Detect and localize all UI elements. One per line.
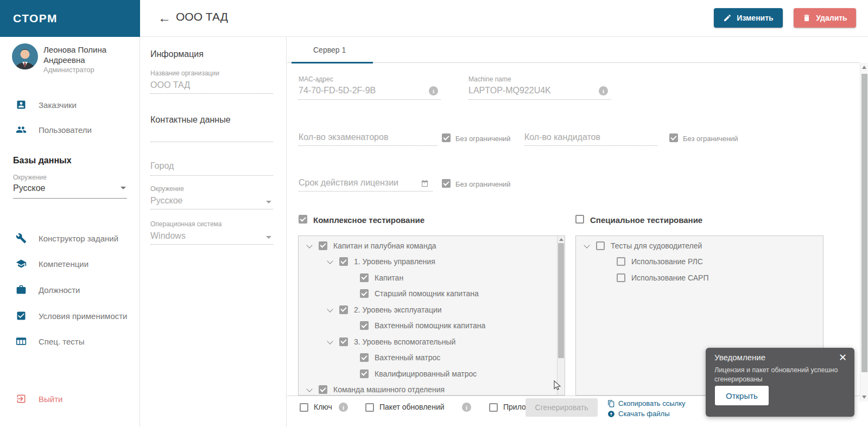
chevron-spacer — [346, 289, 360, 298]
tree-item[interactable]: Капитан — [299, 270, 565, 286]
tree-item-checkbox[interactable] — [339, 257, 348, 266]
chevron-down-icon[interactable] — [305, 385, 319, 394]
tree-item-label: Тесты для судоводителей — [611, 241, 702, 250]
tree-item-checkbox[interactable] — [617, 257, 625, 266]
tree-item-label: Использование САРП — [631, 273, 708, 282]
page-title: ООО ТАД — [176, 10, 228, 23]
os-field-value[interactable]: Windows — [150, 231, 186, 241]
no-limit-checkbox[interactable] — [669, 133, 678, 142]
examiners-field[interactable]: Кол-во экзаменаторов — [299, 132, 388, 142]
tree-item-checkbox[interactable] — [596, 241, 605, 250]
tree-item-label: Капитан и палубная команда — [333, 241, 436, 250]
download-files-button[interactable]: Скачать файлы — [607, 410, 669, 418]
info-panel-title: Информация — [150, 49, 204, 59]
field-underline — [150, 142, 273, 142]
tree-item[interactable]: Капитан и палубная команда — [299, 238, 565, 254]
key-label: Ключ — [314, 403, 332, 411]
logout-button[interactable]: Выйти — [0, 386, 140, 411]
scrollbar-thumb[interactable] — [558, 243, 564, 358]
sidebar-item-competencies[interactable]: Компетенции — [0, 251, 140, 276]
briefcase-icon — [16, 284, 27, 295]
sidebar-item-special-tests[interactable]: Спец. тесты — [0, 329, 140, 354]
city-field[interactable]: Город — [150, 161, 174, 171]
chevron-down-icon[interactable] — [325, 305, 339, 314]
logout-label: Выйти — [39, 394, 62, 404]
tree-item[interactable]: Вахтенный матрос — [299, 350, 565, 366]
table-columns-icon — [16, 336, 27, 347]
environment-select[interactable]: Окружение Русское — [13, 174, 127, 199]
tree-item[interactable]: 1. Уровень управления — [299, 254, 565, 270]
generate-button[interactable]: Сгенерировать — [525, 398, 598, 417]
cloud-upload-icon — [607, 410, 615, 418]
no-limit-checkbox[interactable] — [442, 179, 451, 188]
chevron-down-icon[interactable] — [582, 241, 596, 250]
update-package-checkbox[interactable] — [365, 403, 374, 412]
chevron-down-icon[interactable] — [305, 241, 319, 250]
close-icon[interactable]: ✕ — [839, 352, 847, 364]
tree-item-checkbox[interactable] — [360, 321, 369, 330]
copy-link-button[interactable]: Скопировать ссылку — [607, 399, 686, 407]
delete-button[interactable]: Удалить — [794, 8, 856, 28]
env-field-value[interactable]: Русское — [150, 196, 182, 206]
toast-open-button[interactable]: Открыть — [715, 386, 769, 405]
tree-item-checkbox[interactable] — [617, 273, 625, 282]
tree-item[interactable]: Квалифицированный матрос — [299, 366, 565, 382]
field-underline — [524, 145, 657, 146]
chevron-spacer — [346, 369, 360, 378]
tab-server-1[interactable]: Сервер 1 — [300, 37, 359, 63]
chevron-spacer — [346, 353, 360, 362]
tree-item[interactable]: 3. Уровень вспомогательный — [299, 334, 565, 350]
info-icon[interactable]: i — [599, 86, 608, 95]
complex-testing-title: Комплексное тестирование — [313, 215, 425, 225]
app-logo: СТОРМ — [0, 0, 140, 37]
sidebar-item-task-constructor[interactable]: Конструктор заданий — [0, 226, 140, 251]
info-icon[interactable]: i — [339, 403, 348, 412]
calendar-icon[interactable] — [421, 180, 429, 188]
tree-item[interactable]: 2. Уровень эксплуатации — [299, 302, 565, 318]
tree-item-checkbox[interactable] — [360, 353, 369, 362]
sidebar-item-users[interactable]: Пользователи — [0, 117, 140, 142]
sidebar-item-label: Условия применимости — [39, 311, 128, 321]
machine-name-value: LAPTOP-MQ922U4K — [468, 86, 551, 95]
tree-item-checkbox[interactable] — [360, 369, 369, 378]
info-icon[interactable]: i — [429, 86, 438, 95]
special-testing-checkbox[interactable] — [575, 215, 584, 224]
edit-button-label: Изменить — [737, 14, 773, 22]
no-limit-checkbox[interactable] — [442, 133, 451, 142]
info-icon[interactable]: i — [462, 403, 471, 412]
candidates-field[interactable]: Кол-во кандидатов — [524, 132, 600, 142]
chevron-down-icon[interactable] — [325, 337, 339, 346]
tree-item-checkbox[interactable] — [339, 337, 348, 346]
sidebar-item-applicability[interactable]: Условия применимости — [0, 303, 140, 328]
scroll-up-icon[interactable] — [862, 66, 866, 69]
tree-item-checkbox[interactable] — [319, 241, 327, 250]
tree-item[interactable]: Команда машинного отделения — [299, 382, 565, 396]
scrollbar-thumb[interactable] — [861, 74, 867, 372]
tree-item-label: Использование РЛС — [631, 257, 703, 266]
tree-item-checkbox[interactable] — [339, 305, 348, 314]
edit-button[interactable]: Изменить — [714, 8, 783, 28]
sidebar-item-positions[interactable]: Должности — [0, 277, 140, 302]
sidebar-item-customers[interactable]: Заказчики — [0, 92, 140, 117]
scroll-down-icon[interactable] — [862, 396, 866, 399]
tree-item[interactable]: Вахтенный помощник капитана — [299, 318, 565, 334]
complex-testing-checkbox[interactable] — [299, 215, 307, 224]
mac-value: 74-70-FD-5D-2F-9B — [299, 86, 376, 95]
license-field[interactable]: Срок действия лицензии — [299, 178, 398, 188]
tree-item-checkbox[interactable] — [319, 385, 327, 394]
chevron-down-icon[interactable] — [325, 257, 339, 266]
complex-testing-tree: Капитан и палубная команда1. Уровень упр… — [298, 235, 565, 396]
tree-item[interactable]: Использование РЛС — [576, 254, 823, 270]
application-checkbox[interactable] — [489, 403, 498, 412]
page-scrollbar[interactable] — [860, 63, 868, 401]
tree-scrollbar[interactable] — [557, 236, 565, 395]
chevron-spacer — [603, 273, 617, 282]
key-checkbox[interactable] — [300, 403, 308, 412]
tree-item-checkbox[interactable] — [360, 289, 369, 298]
tree-item[interactable]: Использование САРП — [576, 270, 823, 286]
scroll-up-icon[interactable] — [559, 238, 563, 241]
tree-item[interactable]: Тесты для судоводителей — [576, 238, 823, 254]
tree-item[interactable]: Старший помощник капитана — [299, 286, 565, 302]
back-arrow-icon[interactable]: ← — [158, 11, 171, 25]
tree-item-checkbox[interactable] — [360, 273, 369, 282]
